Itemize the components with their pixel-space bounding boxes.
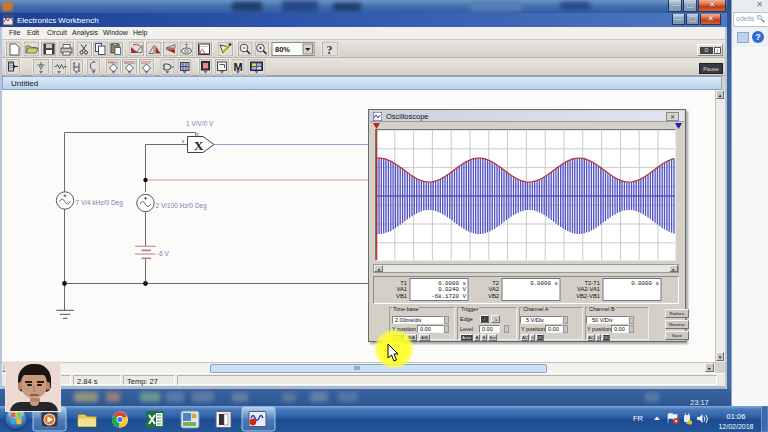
svg-text:01:06: 01:06 (727, 412, 746, 421)
svg-text:VA2-VA1: VA2-VA1 (577, 286, 600, 292)
svg-text:12/02/2018: 12/02/2018 (718, 423, 753, 430)
svg-text:0.0000: 0.0000 (631, 280, 652, 287)
svg-text:1 V/V/0 V: 1 V/V/0 V (186, 120, 214, 127)
svg-text:y: y (197, 132, 200, 137)
svg-text:80%: 80% (275, 45, 290, 54)
svg-text:FR: FR (633, 414, 644, 423)
svg-text:0.0000: 0.0000 (530, 280, 551, 287)
svg-text:T2: T2 (492, 280, 499, 286)
svg-text:2 V/100 Hz/0 Deg: 2 V/100 Hz/0 Deg (156, 202, 208, 210)
svg-text:-68.1720: -68.1720 (431, 293, 459, 300)
svg-text:M: M (234, 61, 243, 73)
svg-text:X: X (194, 138, 204, 153)
svg-text:s: s (656, 280, 659, 287)
svg-text:V: V (463, 293, 467, 300)
svg-text:VA1: VA1 (396, 286, 407, 292)
svg-text:s: s (555, 280, 558, 287)
svg-text:VB2: VB2 (488, 293, 499, 299)
svg-text:VB2-VB1: VB2-VB1 (576, 293, 600, 299)
svg-text:T2-T1: T2-T1 (585, 280, 600, 286)
svg-text:T1: T1 (400, 280, 407, 286)
svg-text:x: x (182, 139, 185, 144)
svg-text:VB1: VB1 (396, 293, 407, 299)
svg-text:?: ? (327, 43, 333, 57)
svg-text:-6 V: -6 V (157, 250, 170, 257)
svg-text:VA2: VA2 (488, 286, 499, 292)
svg-text:7 V/4 kHz/0 Deg: 7 V/4 kHz/0 Deg (76, 199, 124, 207)
